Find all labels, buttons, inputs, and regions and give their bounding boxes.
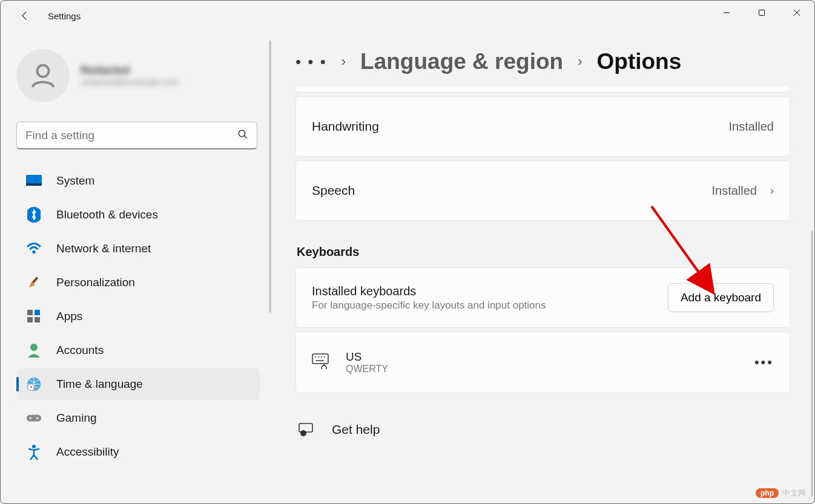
breadcrumb-parent[interactable]: Language & region <box>360 49 563 74</box>
svg-point-21 <box>30 417 32 419</box>
card-title: Handwriting <box>312 119 379 134</box>
profile-email: redacted@example.com <box>81 77 179 87</box>
maximize-button[interactable] <box>744 1 779 25</box>
card-title: Speech <box>312 183 355 198</box>
svg-point-5 <box>239 130 245 137</box>
sidebar-item-network[interactable]: Network & internet <box>16 233 260 264</box>
title-bar: Settings <box>1 1 814 31</box>
breadcrumb-overflow[interactable]: • • • <box>295 53 327 71</box>
card-status: Installed <box>729 120 774 134</box>
sidebar-item-system[interactable]: System <box>16 165 260 197</box>
nav: System Bluetooth & devices Network & int… <box>16 165 260 468</box>
sidebar-item-time-language[interactable]: Time & language <box>16 368 260 400</box>
sidebar-item-label: System <box>56 174 94 188</box>
sidebar: Redacted redacted@example.com System Blu… <box>1 31 270 503</box>
apps-icon <box>26 309 42 324</box>
svg-rect-13 <box>35 310 40 315</box>
sidebar-item-label: Accounts <box>56 344 104 357</box>
bluetooth-icon <box>26 207 42 223</box>
sidebar-item-accessibility[interactable]: Accessibility <box>16 436 260 468</box>
svg-rect-20 <box>27 414 41 421</box>
account-icon <box>26 342 42 358</box>
speech-card[interactable]: Speech Installed › <box>295 160 790 221</box>
sidebar-item-personalization[interactable]: Personalization <box>16 267 260 298</box>
sidebar-item-label: Gaming <box>56 411 97 425</box>
watermark-text: 中文网 <box>782 488 806 499</box>
svg-point-22 <box>36 417 39 419</box>
globe-clock-icon <box>26 376 42 392</box>
keyboard-layout: QWERTY <box>346 364 388 375</box>
keyboard-icon <box>312 353 330 371</box>
svg-point-16 <box>30 344 38 351</box>
arrow-left-icon <box>19 10 31 22</box>
sidebar-item-label: Personalization <box>56 276 135 289</box>
sidebar-item-label: Time & language <box>56 378 143 391</box>
wifi-icon <box>26 241 42 257</box>
more-options-button[interactable]: ••• <box>754 355 774 370</box>
main-content: • • • › Language & region › Options Hand… <box>270 31 814 503</box>
card-partial-top <box>295 87 790 93</box>
help-icon: ? <box>298 421 315 438</box>
profile-name: Redacted <box>81 64 179 77</box>
breadcrumb-current: Options <box>597 49 682 74</box>
sidebar-item-bluetooth[interactable]: Bluetooth & devices <box>16 199 260 231</box>
search-box[interactable] <box>16 122 257 149</box>
svg-rect-24 <box>312 354 328 364</box>
chevron-right-icon: › <box>578 54 582 70</box>
keyboard-name: US <box>346 350 388 364</box>
maximize-icon <box>758 9 765 16</box>
keyboards-heading: Keyboards <box>297 245 790 259</box>
get-help-link[interactable]: ? Get help <box>298 421 790 438</box>
accessibility-icon <box>26 444 42 460</box>
profile-text: Redacted redacted@example.com <box>81 64 179 87</box>
chevron-right-icon: › <box>342 54 346 70</box>
svg-rect-12 <box>27 310 33 315</box>
sidebar-item-label: Accessibility <box>56 445 119 459</box>
installed-keyboards-title: Installed keyboards <box>312 284 546 298</box>
minimize-icon <box>723 9 730 16</box>
sidebar-item-accounts[interactable]: Accounts <box>16 335 260 366</box>
add-keyboard-button[interactable]: Add a keyboard <box>668 283 774 312</box>
svg-line-6 <box>244 136 247 139</box>
paintbrush-icon <box>26 275 42 290</box>
svg-rect-11 <box>32 277 39 284</box>
svg-point-4 <box>37 65 48 77</box>
help-label: Get help <box>332 422 380 437</box>
chevron-right-icon: › <box>770 185 774 197</box>
person-icon <box>29 62 57 90</box>
watermark: php 中文网 <box>756 488 806 499</box>
svg-text:?: ? <box>302 431 305 436</box>
breadcrumb: • • • › Language & region › Options <box>295 49 790 74</box>
display-icon <box>26 173 42 189</box>
installed-keyboards-subtitle: For language-specific key layouts and in… <box>312 299 546 312</box>
svg-rect-15 <box>35 317 40 322</box>
close-button[interactable] <box>779 1 814 25</box>
minimize-button[interactable] <box>709 1 744 25</box>
handwriting-card[interactable]: Handwriting Installed <box>295 96 790 157</box>
avatar <box>16 49 70 102</box>
card-status: Installed <box>712 184 757 198</box>
search-icon <box>237 129 248 142</box>
window-controls <box>709 1 814 25</box>
back-button[interactable] <box>13 4 37 28</box>
keyboard-item[interactable]: US QWERTY ••• <box>295 332 790 393</box>
sidebar-item-label: Bluetooth & devices <box>56 208 158 221</box>
svg-point-23 <box>32 445 36 448</box>
sidebar-item-label: Apps <box>56 310 82 323</box>
profile-block[interactable]: Redacted redacted@example.com <box>16 49 258 102</box>
gamepad-icon <box>26 410 42 426</box>
sidebar-item-gaming[interactable]: Gaming <box>16 402 260 434</box>
svg-rect-1 <box>759 10 765 16</box>
svg-rect-14 <box>27 317 33 322</box>
watermark-brand: php <box>756 488 779 498</box>
main-scrollbar[interactable] <box>811 231 813 497</box>
sidebar-item-apps[interactable]: Apps <box>16 301 260 332</box>
installed-keyboards-card: Installed keyboards For language-specifi… <box>295 267 790 328</box>
close-icon <box>793 9 800 16</box>
svg-point-10 <box>32 250 35 254</box>
svg-rect-8 <box>26 183 42 186</box>
search-input[interactable] <box>25 129 237 142</box>
app-title: Settings <box>48 11 81 21</box>
sidebar-item-label: Network & internet <box>56 242 151 255</box>
